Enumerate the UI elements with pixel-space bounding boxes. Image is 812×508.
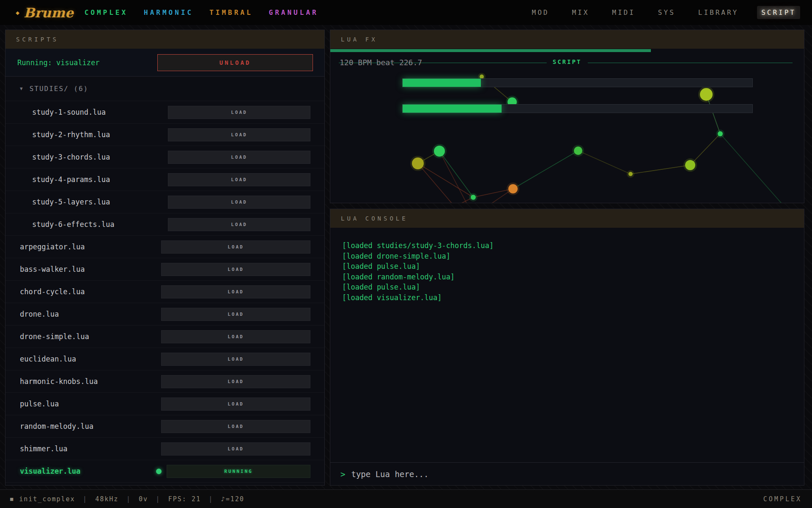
bpm-beat-readout: 120 BPM beat 226.7: [340, 58, 422, 67]
console-input-row: >: [330, 462, 804, 485]
node-graph: [330, 49, 804, 203]
status-item: ♪=120: [221, 495, 244, 503]
script-filename: random-melody.lua: [20, 422, 93, 431]
scripts-panel-title: SCRIPTS: [16, 36, 59, 43]
load-button[interactable]: LOAD: [161, 263, 310, 276]
tab-midi[interactable]: MIDI: [608, 6, 639, 19]
script-filename: study-2-rhythm.lua: [32, 130, 110, 139]
graph-node: [685, 160, 695, 170]
running-dot: [156, 469, 162, 474]
load-button[interactable]: LOAD: [161, 420, 310, 433]
console-line: [loaded pulse.lua]: [342, 282, 792, 293]
console-line: [loaded studies/study-3-chords.lua]: [342, 240, 792, 251]
status-separator: |: [156, 495, 161, 503]
script-row: study-6-effects.luaLOAD: [5, 213, 324, 236]
load-button[interactable]: LOAD: [161, 442, 310, 456]
script-filename: euclidean.lua: [20, 355, 76, 363]
script-filename: study-3-chords.lua: [32, 153, 110, 161]
load-button[interactable]: LOAD: [161, 330, 310, 343]
fx-meter-1-fill: [403, 79, 481, 87]
lua-console-panel-title: LUA CONSOLE: [341, 215, 408, 222]
square-icon: ■: [10, 496, 14, 502]
graph-node: [508, 184, 518, 193]
load-button[interactable]: LOAD: [161, 285, 310, 298]
running-script-row: Running: visualizer UNLOAD: [5, 49, 324, 77]
script-filename: visualizer.lua: [20, 467, 80, 475]
script-filename: study-5-layers.lua: [32, 198, 110, 206]
load-button[interactable]: LOAD: [161, 308, 310, 321]
console-line: [loaded drone-simple.lua]: [342, 251, 792, 262]
diamond-icon: ◆: [16, 9, 19, 17]
script-row: euclidean.luaLOAD: [5, 348, 324, 370]
status-bar: ■ init_complex|48kHz|0v|FPS: 21|♪=120 CO…: [0, 489, 812, 508]
unload-button[interactable]: UNLOAD: [157, 54, 313, 71]
tab-script[interactable]: SCRIPT: [757, 6, 800, 19]
script-filename: study-1-sound.lua: [32, 108, 106, 116]
script-filename: harmonic-knobs.lua: [20, 377, 98, 386]
graph-node: [412, 157, 424, 169]
load-button[interactable]: LOAD: [168, 106, 310, 119]
bpm-row: 120 BPM beat 226.7 SCRIPT: [330, 59, 804, 66]
load-button[interactable]: LOAD: [161, 398, 310, 411]
load-button[interactable]: LOAD: [161, 240, 310, 254]
scripts-panel: SCRIPTS Running: visualizer UNLOAD ▼ STU…: [5, 30, 325, 486]
lua-input[interactable]: [351, 469, 794, 479]
script-row: bass-walker.luaLOAD: [5, 258, 324, 281]
script-filename: shimmer.lua: [20, 444, 68, 453]
console-line: [loaded random-melody.lua]: [342, 272, 792, 282]
engine-mode-label: COMPLEX: [763, 495, 802, 503]
engine-tabs: COMPLEXHARMONICTIMBRALGRANULAR: [85, 8, 318, 17]
status-separator: |: [208, 495, 214, 503]
tab-granular[interactable]: GRANULAR: [269, 8, 318, 17]
script-row: study-1-sound.luaLOAD: [5, 101, 324, 124]
script-row: study-3-chords.luaLOAD: [5, 146, 324, 168]
status-separator: |: [83, 495, 88, 503]
tab-timbral[interactable]: TIMBRAL: [209, 8, 252, 17]
graph-node: [574, 146, 582, 155]
tab-library[interactable]: LIBRARY: [694, 6, 743, 19]
studies-group-label: STUDIES/ (6): [30, 85, 89, 93]
status-items: init_complex|48kHz|0v|FPS: 21|♪=120: [19, 495, 244, 503]
status-item: FPS: 21: [168, 495, 201, 503]
load-button[interactable]: LOAD: [161, 353, 310, 366]
script-filename: study-4-params.lua: [32, 175, 110, 184]
graph-node: [434, 146, 445, 157]
graph-node: [628, 172, 633, 176]
page-tabs: MODMIXMIDISYSLIBRARYSCRIPT: [528, 6, 800, 19]
scripts-panel-header: SCRIPTS: [5, 30, 324, 49]
tab-complex[interactable]: COMPLEX: [85, 8, 128, 17]
load-button[interactable]: LOAD: [168, 151, 310, 164]
script-row: study-2-rhythm.luaLOAD: [5, 124, 324, 146]
load-button[interactable]: LOAD: [168, 128, 310, 141]
script-list: study-1-sound.luaLOADstudy-2-rhythm.luaL…: [5, 101, 324, 483]
script-row: drone.luaLOAD: [5, 303, 324, 326]
graph-node: [718, 131, 723, 136]
status-item: 48kHz: [95, 495, 118, 503]
fx-meter-2: [402, 104, 753, 113]
lua-fx-panel-header: LUA FX: [330, 30, 804, 49]
script-filename: drone.lua: [20, 310, 59, 318]
fx-meter-1: [402, 78, 753, 87]
load-button[interactable]: LOAD: [168, 196, 310, 209]
load-button[interactable]: LOAD: [168, 173, 310, 186]
running-button[interactable]: RUNNING: [167, 465, 310, 478]
script-row: arpeggiator.luaLOAD: [5, 236, 324, 258]
console-line: [loaded visualizer.lua]: [342, 293, 792, 303]
script-row: study-5-layers.luaLOAD: [5, 191, 324, 213]
tab-mix[interactable]: MIX: [568, 6, 593, 19]
lua-console-panel-header: LUA CONSOLE: [330, 209, 804, 228]
lua-fx-panel: LUA FX 120 BPM beat 226.7 SCRIPT: [330, 30, 804, 203]
script-row: harmonic-knobs.luaLOAD: [5, 370, 324, 393]
script-row: study-4-params.luaLOAD: [5, 168, 324, 191]
status-item: init_complex: [19, 495, 75, 503]
studies-group-header[interactable]: ▼ STUDIES/ (6): [5, 77, 324, 101]
load-button[interactable]: LOAD: [161, 375, 310, 388]
console-output: [loaded studies/study-3-chords.lua][load…: [330, 228, 804, 315]
tab-sys[interactable]: SYS: [654, 6, 680, 19]
tab-harmonic[interactable]: HARMONIC: [144, 8, 193, 17]
script-row: visualizer.luaRUNNING: [5, 460, 324, 483]
tab-mod[interactable]: MOD: [528, 6, 554, 19]
script-row: shimmer.luaLOAD: [5, 438, 324, 460]
load-button[interactable]: LOAD: [168, 218, 310, 231]
script-filename: study-6-effects.lua: [32, 220, 114, 229]
